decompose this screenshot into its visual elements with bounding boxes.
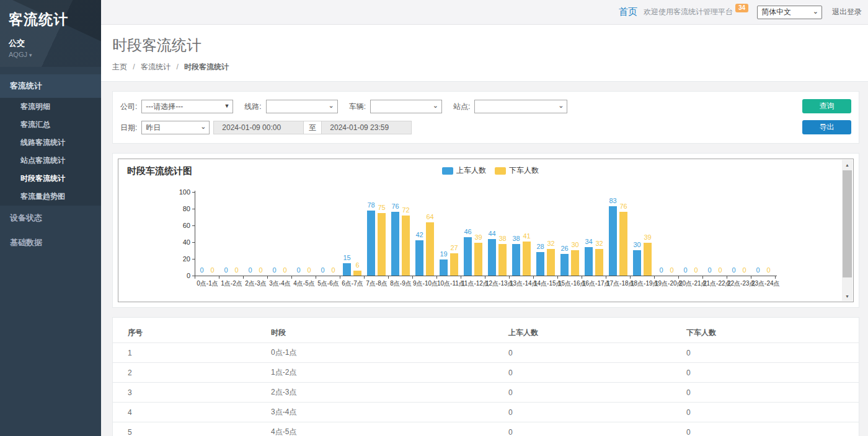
table-cell: 4点-5点 — [256, 422, 494, 436]
content: 公司: ---请选择--- ▼ 线路: ⌄ 车辆: ⌄ 站点: — [101, 82, 868, 436]
col-header-alighting: 下车人数 — [671, 323, 859, 343]
bar-boarding[interactable] — [440, 259, 448, 276]
x-axis-label: 4点-5点 — [292, 279, 316, 288]
welcome-link[interactable]: 欢迎使用客流统计管理平台 — [644, 7, 733, 17]
bar-alighting[interactable] — [378, 213, 386, 276]
bar-boarding[interactable] — [633, 250, 641, 276]
sidebar-subitem-4[interactable]: 时段客流统计 — [0, 170, 101, 188]
legend-boarding[interactable]: 上车人数 — [442, 165, 486, 176]
bar-boarding[interactable] — [536, 252, 544, 276]
x-axis-label: 12点-13点 — [485, 279, 510, 288]
x-axis-label: 16点-17点 — [582, 279, 606, 288]
x-tick-mark — [291, 276, 292, 279]
date-label: 日期: — [120, 123, 137, 133]
line-select[interactable]: ⌄ — [266, 100, 338, 113]
station-label: 站点: — [453, 102, 470, 112]
sidebar-section-0: 客流统计客流明细客流汇总线路客流统计站点客流统计时段客流统计客流量趋势图 — [0, 74, 101, 206]
x-tick-mark — [461, 276, 461, 279]
chart-scrollbar[interactable]: ▲ ▼ — [842, 160, 852, 301]
table-cell: 0 — [494, 383, 671, 403]
scrollbar-thumb[interactable] — [843, 170, 852, 277]
user-menu[interactable]: AQGJ▾ — [9, 51, 92, 58]
bar-value-label: 0 — [756, 266, 781, 274]
breadcrumb-home[interactable]: 主页 — [112, 63, 127, 71]
bar-boarding[interactable] — [464, 237, 472, 276]
vehicle-label: 车辆: — [349, 102, 366, 112]
bar-alighting[interactable] — [402, 216, 410, 276]
bar-boarding[interactable] — [609, 206, 617, 276]
chart-legend: 上车人数 下车人数 — [442, 165, 539, 176]
chart-panel: 时段车流统计图 上车人数 下车人数 0204060801000点-1点001点-… — [112, 153, 859, 308]
date-range-select[interactable]: 昨日 ⌄ — [141, 121, 210, 134]
bar-value-label: 6 — [345, 261, 370, 269]
bar-boarding[interactable] — [391, 212, 399, 276]
table-cell: 0 — [494, 403, 671, 422]
breadcrumb-section[interactable]: 客流统计 — [141, 63, 170, 71]
sidebar-item-1[interactable]: 设备状态 — [0, 206, 101, 230]
col-header-period: 时段 — [256, 323, 494, 343]
start-datetime-input[interactable]: 2024-01-09 00:00 — [213, 121, 304, 134]
table-row[interactable]: 21点-2点00 — [113, 363, 859, 383]
x-axis-label: 17点-18点 — [606, 279, 631, 288]
x-axis-label: 19点-20点 — [655, 279, 679, 288]
table-row[interactable]: 43点-4点00 — [113, 403, 859, 422]
sidebar-item-2[interactable]: 基础数据 — [0, 230, 101, 255]
bar-value-label: 76 — [611, 203, 636, 210]
x-tick-mark — [340, 276, 340, 279]
hourly-flow-chart: 时段车流统计图 上车人数 下车人数 0204060801000点-1点001点-… — [118, 159, 854, 302]
sidebar: 客流统计 公交 AQGJ▾ 客流统计客流明细客流汇总线路客流统计站点客流统计时段… — [0, 0, 101, 436]
notification-badge: 34 — [735, 4, 748, 12]
x-tick-mark — [267, 276, 268, 279]
scroll-up-arrow-icon[interactable]: ▲ — [842, 160, 852, 170]
dropdown-arrow-icon: ▼ — [224, 103, 229, 109]
sidebar-subitem-1[interactable]: 客流汇总 — [0, 116, 101, 134]
station-select[interactable]: ⌄ — [474, 100, 567, 113]
logout-link[interactable]: 退出登录 — [832, 7, 862, 17]
table-row[interactable]: 32点-3点00 — [113, 383, 859, 403]
company-select[interactable]: ---请选择--- ▼ — [141, 100, 233, 113]
x-tick-mark — [485, 276, 485, 279]
sidebar-section-header[interactable]: 客流统计 — [0, 74, 101, 98]
table-row[interactable]: 54点-5点00 — [113, 422, 859, 436]
x-axis-label: 15点-16点 — [558, 279, 582, 288]
bar-alighting[interactable] — [498, 244, 507, 276]
y-tick-label: 40 — [172, 238, 190, 246]
app-logo: 客流统计 — [9, 10, 92, 29]
y-tick-label: 20 — [172, 255, 190, 263]
bar-alighting[interactable] — [595, 249, 603, 276]
end-datetime-input[interactable]: 2024-01-09 23:59 — [321, 121, 412, 134]
bar-boarding[interactable] — [367, 211, 375, 276]
legend-alighting[interactable]: 下车人数 — [495, 165, 539, 176]
bar-boarding[interactable] — [415, 240, 423, 276]
query-button[interactable]: 查询 — [802, 99, 851, 113]
vehicle-select[interactable]: ⌄ — [370, 100, 442, 113]
bar-alighting[interactable] — [426, 222, 434, 276]
bar-alighting[interactable] — [547, 249, 555, 276]
sidebar-subitem-5[interactable]: 客流量趋势图 — [0, 188, 101, 206]
main-area: 首页 欢迎使用客流统计管理平台 34 简体中文 ⌄ 退出登录 时段客流统计 主页… — [101, 0, 868, 436]
bar-boarding[interactable] — [560, 254, 569, 276]
language-select[interactable]: 简体中文 ⌄ — [757, 6, 822, 19]
sidebar-subitem-3[interactable]: 站点客流统计 — [0, 152, 101, 170]
chevron-down-icon: ⌄ — [433, 102, 438, 110]
sidebar-nav: 客流统计客流明细客流汇总线路客流统计站点客流统计时段客流统计客流量趋势图设备状态… — [0, 74, 101, 255]
bar-boarding[interactable] — [585, 247, 593, 276]
bar-alighting[interactable] — [353, 271, 361, 276]
scroll-down-arrow-icon[interactable]: ▼ — [842, 291, 852, 301]
chevron-down-icon: ⌄ — [558, 102, 564, 110]
sidebar-subitem-0[interactable]: 客流明细 — [0, 98, 101, 116]
home-link[interactable]: 首页 — [619, 6, 637, 18]
x-tick-mark — [751, 276, 751, 279]
export-button[interactable]: 导出 — [802, 120, 851, 134]
filter-panel: 公司: ---请选择--- ▼ 线路: ⌄ 车辆: ⌄ 站点: — [112, 91, 859, 144]
sidebar-subitem-2[interactable]: 线路客流统计 — [0, 134, 101, 152]
table-cell: 0 — [494, 363, 671, 383]
table-row[interactable]: 10点-1点00 — [113, 343, 859, 363]
bar-alighting[interactable] — [450, 253, 458, 276]
bar-alighting[interactable] — [474, 243, 482, 276]
bar-value-label: 0 — [321, 266, 346, 274]
bar-boarding[interactable] — [488, 239, 496, 276]
org-name: 公交 — [9, 38, 92, 49]
bar-alighting[interactable] — [571, 250, 579, 276]
bar-boarding[interactable] — [512, 244, 520, 276]
